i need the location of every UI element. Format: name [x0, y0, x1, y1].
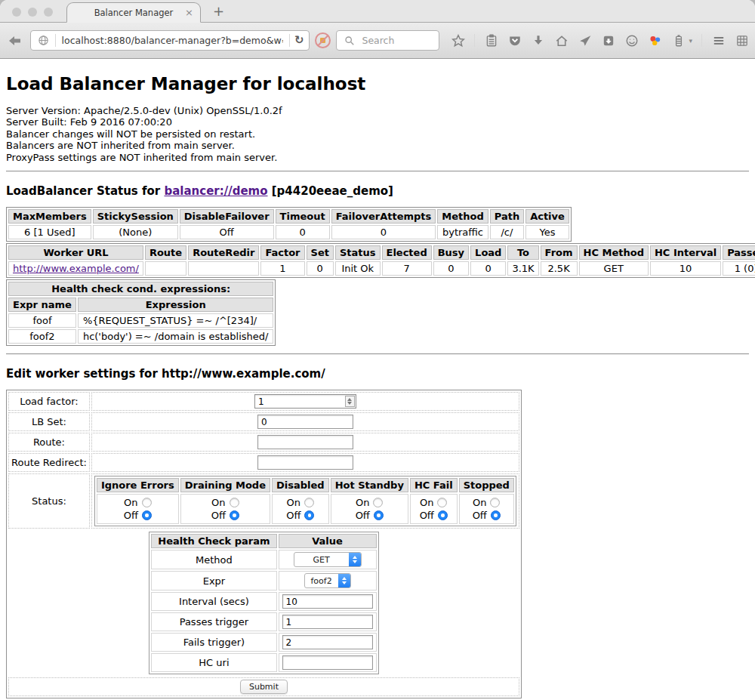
site-identity-globe-icon[interactable]	[36, 33, 51, 48]
server-built-line: Server Built: Feb 9 2016 07:00:20	[6, 116, 749, 128]
expr-label: Expr	[151, 571, 276, 591]
ignore-errors-off-radio[interactable]	[142, 510, 152, 520]
method-label: Method	[151, 550, 276, 569]
passes-input[interactable]	[282, 615, 373, 629]
hot-standby-on-radio[interactable]	[373, 498, 383, 507]
table-header-row: Ignore Errors Draining Mode Disabled Hot…	[97, 478, 514, 492]
urlbar-divider	[289, 34, 290, 47]
save-page-icon[interactable]	[601, 33, 615, 48]
page-title: Load Balancer Manager for localhost	[6, 74, 749, 94]
health-check-params-table: Health Check param Value Method GET	[149, 532, 378, 674]
table-header-row: Expr name Expression	[8, 298, 273, 312]
send-to-device-icon[interactable]	[578, 33, 592, 48]
table-title-row: Health check cond. expressions:	[8, 282, 273, 296]
new-tab-button[interactable]: +	[213, 3, 224, 19]
window-controls	[12, 8, 53, 17]
table-header-row: Worker URL Route RouteRedir Factor Set S…	[8, 245, 755, 260]
table-row: http://www.example.com/ 1 0 Init Ok 7 0 …	[8, 261, 755, 276]
lb-set-input[interactable]	[257, 415, 353, 429]
load-factor-row: Load factor:	[8, 392, 519, 411]
interval-input[interactable]	[282, 594, 373, 609]
health-check-expressions-table: Health check cond. expressions: Expr nam…	[6, 279, 276, 346]
disabled-off-radio[interactable]	[304, 510, 314, 520]
pocket-icon[interactable]	[507, 33, 522, 48]
tab-balancer-manager[interactable]: Balancer Manager ×	[66, 2, 201, 23]
status-options-table: Ignore Errors Draining Mode Disabled Hot…	[94, 476, 516, 526]
balancer-status-table: MaxMembers StickySession DisableFailover…	[6, 207, 572, 242]
number-stepper-icon[interactable]	[345, 396, 355, 407]
battery-addon-icon[interactable]	[671, 33, 686, 48]
expr-select[interactable]: foof2	[304, 573, 351, 588]
hc-uri-input[interactable]	[282, 655, 373, 670]
route-input[interactable]	[257, 435, 353, 449]
search-bar[interactable]	[336, 30, 439, 51]
bookmark-star-icon[interactable]	[451, 33, 465, 48]
interval-row: Interval (secs)	[151, 592, 376, 611]
route-redirect-row: Route Redirect:	[8, 453, 519, 472]
hc-fail-on-radio[interactable]	[437, 498, 447, 507]
hc-uri-row: HC uri	[151, 653, 376, 672]
table-header-row: MaxMembers StickySession DisableFailover…	[8, 209, 569, 224]
fails-input[interactable]	[282, 635, 373, 649]
window-close-button[interactable]	[12, 8, 21, 17]
ignore-errors-on-radio[interactable]	[142, 498, 152, 507]
lb-status-heading: LoadBalancer Status for balancer://demo …	[6, 184, 749, 198]
route-redirect-input[interactable]	[257, 455, 353, 470]
worker-status-table: Worker URL Route RouteRedir Factor Set S…	[6, 243, 755, 278]
interval-label: Interval (secs)	[151, 592, 276, 611]
tiles-addon-icon[interactable]	[735, 33, 749, 48]
feedback-smiley-icon[interactable]	[624, 33, 639, 48]
edit-worker-form: Load factor: LB Set: Route:	[6, 390, 522, 698]
back-button[interactable]	[6, 31, 25, 51]
window-minimize-button[interactable]	[28, 8, 37, 17]
url-bar[interactable]: ↻	[30, 30, 310, 51]
urlbar-divider	[55, 34, 56, 47]
stopped-on-radio[interactable]	[490, 498, 500, 507]
downloads-icon[interactable]	[531, 33, 545, 48]
method-row: Method GET	[151, 550, 376, 569]
tab-close-icon[interactable]: ×	[185, 7, 193, 18]
proxypass-note-line: ProxyPass settings are NOT inherited fro…	[6, 152, 749, 163]
select-stepper-icon	[338, 573, 350, 588]
plugin-blocked-icon[interactable]	[315, 32, 331, 48]
toolbar-icons: ▾	[451, 33, 749, 48]
divider	[6, 353, 749, 355]
draining-mode-off-radio[interactable]	[230, 510, 239, 520]
server-info: Server Version: Apache/2.5.0-dev (Unix) …	[6, 105, 749, 163]
search-input[interactable]	[360, 34, 433, 47]
back-arrow-icon	[8, 33, 23, 48]
submit-button[interactable]: Submit	[240, 680, 288, 694]
reading-list-icon[interactable]	[484, 33, 498, 48]
inherit-note-line: Balancers are NOT inherited from main se…	[6, 140, 749, 151]
table-row: 6 [1 Used] (None) Off 0 0 bytraffic /c/ …	[8, 225, 569, 239]
load-factor-label: Load factor:	[8, 392, 90, 411]
stopped-off-radio[interactable]	[491, 510, 501, 520]
window-zoom-button[interactable]	[44, 8, 53, 17]
load-factor-input[interactable]	[254, 394, 356, 409]
table-row: On Off On Off On Off	[97, 494, 514, 524]
colorful-addon-icon[interactable]	[648, 33, 662, 48]
route-row: Route:	[8, 433, 519, 452]
server-version-line: Server Version: Apache/2.5.0-dev (Unix) …	[6, 105, 749, 116]
chevron-down-icon[interactable]: ▾	[689, 37, 692, 45]
reload-icon[interactable]: ↻	[294, 35, 304, 46]
hc-fail-off-radio[interactable]	[438, 510, 448, 520]
divider	[6, 171, 749, 172]
method-select[interactable]: GET	[294, 552, 362, 567]
balancer-demo-link[interactable]: balancer://demo	[164, 184, 267, 198]
url-input[interactable]	[60, 34, 285, 47]
select-stepper-icon	[349, 552, 361, 567]
fails-label: Fails trigger)	[151, 633, 276, 652]
worker-url-link[interactable]: http://www.example.com/	[13, 263, 139, 274]
hot-standby-off-radio[interactable]	[374, 510, 384, 520]
edit-worker-heading: Edit worker settings for http://www.exam…	[6, 367, 749, 381]
disabled-on-radio[interactable]	[304, 498, 314, 507]
lb-set-label: LB Set:	[8, 412, 90, 431]
tab-title: Balancer Manager	[94, 8, 174, 18]
home-icon[interactable]	[554, 33, 569, 48]
menu-hamburger-icon[interactable]	[711, 33, 726, 48]
search-icon	[342, 33, 356, 48]
draining-mode-on-radio[interactable]	[230, 498, 239, 507]
passes-row: Passes trigger	[151, 612, 376, 631]
table-header-row: Health Check param Value	[151, 534, 376, 548]
